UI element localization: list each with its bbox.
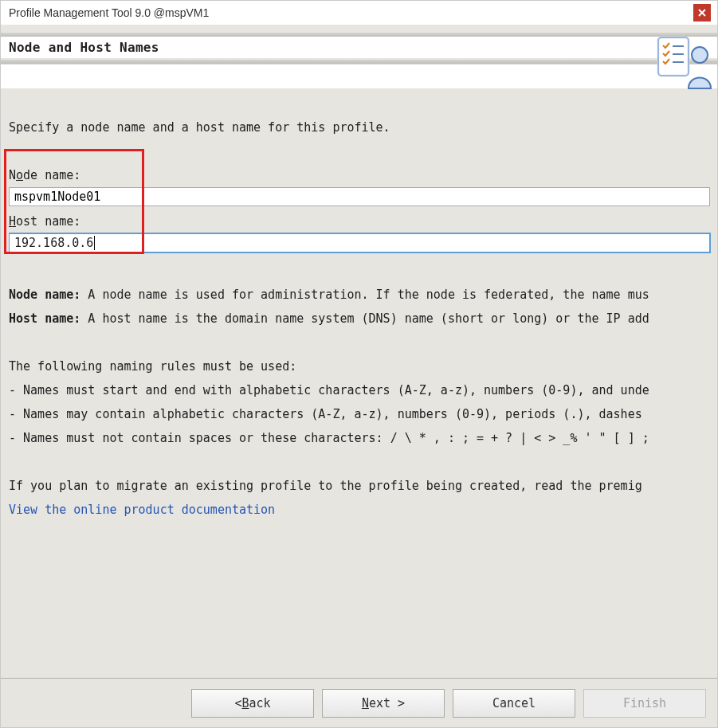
- page-title: Node and Host Names: [9, 40, 159, 55]
- node-name-desc: Node name: A node name is used for admin…: [9, 283, 717, 307]
- rules-intro: The following naming rules must be used:: [9, 354, 717, 378]
- node-name-input[interactable]: [9, 187, 710, 206]
- wizard-window: Profile Management Tool 9.0 @mspVM1 Node…: [0, 0, 718, 728]
- rule-1: - Names must start and end with alphabet…: [9, 378, 717, 402]
- button-bar: < Back Next > Cancel Finish: [1, 678, 717, 727]
- text-caret: [94, 236, 95, 250]
- close-button[interactable]: [693, 4, 711, 22]
- wizard-icon: [655, 33, 712, 90]
- rule-2: - Names may contain alphabetic character…: [9, 402, 717, 426]
- finish-button: Finish: [583, 689, 706, 718]
- window-title: Profile Management Tool 9.0 @mspVM1: [9, 6, 693, 19]
- svg-point-7: [692, 47, 708, 63]
- next-button[interactable]: Next >: [322, 689, 445, 718]
- host-name-input[interactable]: 192.168.0.6: [9, 233, 710, 252]
- host-name-desc: Host name: A host name is the domain nam…: [9, 307, 717, 331]
- back-button[interactable]: < Back: [191, 689, 314, 718]
- documentation-link[interactable]: View the online product documentation: [9, 503, 275, 517]
- content-area: Specify a node name and a host name for …: [9, 104, 717, 671]
- node-name-label: Node name:: [9, 163, 717, 187]
- intro-text: Specify a node name and a host name for …: [9, 115, 717, 139]
- cancel-button[interactable]: Cancel: [453, 689, 575, 718]
- titlebar: Profile Management Tool 9.0 @mspVM1: [1, 1, 717, 25]
- host-name-label: Host name:: [9, 209, 717, 233]
- svg-rect-2: [658, 37, 689, 76]
- rule-3: - Names must not contain spaces or these…: [9, 426, 717, 450]
- close-icon: [697, 8, 707, 18]
- migrate-text: If you plan to migrate an existing profi…: [9, 474, 717, 498]
- banner: Node and Host Names: [1, 25, 717, 93]
